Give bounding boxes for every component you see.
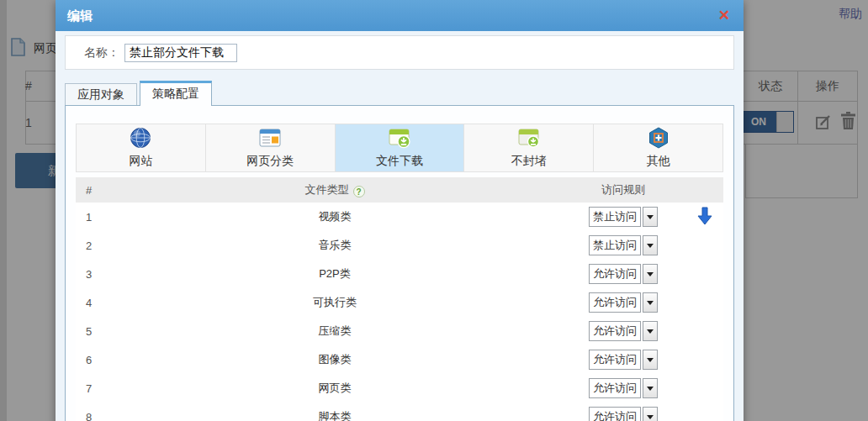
row-index: 3 (76, 268, 109, 281)
table-row: 1 视频类 禁止访问 (76, 203, 723, 231)
category-tab-webpage-category[interactable]: 网页分类 (206, 124, 336, 171)
dialog-title: 编辑 (56, 0, 744, 31)
file-type-label: 网页类 (109, 381, 560, 396)
dropdown-button[interactable] (643, 378, 658, 398)
file-type-table: # 文件类型? 访问规则 1 视频类 禁止访问 2 音乐类 (76, 177, 723, 421)
dropdown-value[interactable]: 禁止访问 (589, 235, 641, 255)
header-access-rule: 访问规则 (560, 182, 686, 197)
file-download-icon (389, 127, 410, 152)
table-row: 4 可执行类 允许访问 (76, 288, 723, 317)
help-question-icon[interactable]: ? (353, 186, 365, 197)
dialog-tabs: 应用对象 策略配置 (65, 81, 214, 106)
policy-config-panel: 网站 网页分类 文件下载 不封堵 (65, 105, 734, 421)
access-rule-dropdown[interactable]: 允许访问 (589, 407, 658, 421)
dialog-titlebar: 编辑 ✕ (56, 0, 744, 31)
dropdown-button[interactable] (643, 321, 658, 341)
row-index: 1 (76, 211, 109, 224)
name-input[interactable] (124, 44, 237, 62)
row-index: 5 (76, 325, 109, 338)
access-rule-dropdown[interactable]: 禁止访问 (589, 235, 658, 255)
file-type-label: 脚本类 (109, 409, 560, 421)
dropdown-value[interactable]: 允许访问 (589, 292, 641, 313)
category-label: 其他 (647, 154, 670, 169)
category-label: 网站 (129, 154, 152, 169)
category-tab-other[interactable]: 其他 (594, 124, 722, 171)
dropdown-value[interactable]: 允许访问 (589, 321, 641, 341)
access-rule-dropdown[interactable]: 允许访问 (589, 292, 658, 313)
dropdown-caret-icon (647, 415, 654, 419)
header-index: # (76, 184, 109, 197)
tab-application-objects[interactable]: 应用对象 (65, 83, 137, 106)
row-index: 4 (76, 297, 109, 309)
table-row: 7 网页类 允许访问 (76, 374, 723, 403)
other-hexagon-icon (648, 127, 670, 152)
file-type-label: P2P类 (109, 266, 560, 282)
dropdown-button[interactable] (643, 407, 658, 421)
dropdown-caret-icon (647, 301, 654, 305)
dropdown-caret-icon (647, 244, 654, 248)
access-rule-dropdown[interactable]: 允许访问 (589, 378, 658, 398)
category-tab-website[interactable]: 网站 (77, 124, 206, 171)
row-index: 2 (76, 239, 109, 252)
dropdown-caret-icon (647, 387, 654, 391)
globe-icon (130, 127, 151, 152)
name-field-row: 名称： (65, 35, 734, 70)
access-rule-dropdown[interactable]: 禁止访问 (589, 207, 658, 227)
tab-policy-config[interactable]: 策略配置 (140, 81, 212, 106)
dropdown-value[interactable]: 允许访问 (589, 350, 641, 370)
category-tab-no-block[interactable]: 不封堵 (464, 124, 594, 171)
table-row: 6 图像类 允许访问 (76, 345, 723, 374)
dropdown-value[interactable]: 允许访问 (589, 407, 641, 421)
name-label: 名称： (84, 45, 119, 61)
row-index: 7 (76, 382, 109, 395)
dropdown-button[interactable] (643, 235, 658, 255)
dropdown-value[interactable]: 允许访问 (589, 378, 641, 398)
table-row: 5 压缩类 允许访问 (76, 317, 723, 345)
category-tab-strip: 网站 网页分类 文件下载 不封堵 (76, 124, 723, 172)
table-row: 3 P2P类 允许访问 (76, 260, 723, 288)
file-type-label: 视频类 (109, 209, 560, 224)
category-tab-file-download[interactable]: 文件下载 (336, 124, 465, 171)
webpage-category-icon (259, 127, 281, 152)
table-row: 2 音乐类 禁止访问 (76, 231, 723, 260)
edit-dialog: 编辑 ✕ 名称： 应用对象 策略配置 网站 网页分类 (56, 0, 744, 421)
file-type-label: 可执行类 (109, 295, 560, 310)
dropdown-caret-icon (647, 329, 654, 334)
access-rule-dropdown[interactable]: 允许访问 (589, 350, 658, 370)
dropdown-caret-icon (647, 272, 654, 276)
category-label: 网页分类 (246, 154, 294, 169)
no-block-icon (518, 127, 540, 152)
dropdown-caret-icon (647, 358, 654, 362)
file-type-label: 压缩类 (109, 324, 560, 339)
access-rule-dropdown[interactable]: 允许访问 (589, 264, 658, 284)
dropdown-caret-icon (647, 215, 654, 219)
download-arrow-icon (697, 207, 712, 228)
dropdown-button[interactable] (643, 350, 658, 370)
row-index: 8 (76, 411, 109, 421)
file-type-label: 图像类 (109, 352, 560, 367)
dropdown-button[interactable] (643, 264, 658, 284)
dropdown-value[interactable]: 允许访问 (589, 264, 641, 284)
dropdown-value[interactable]: 禁止访问 (589, 207, 641, 227)
dropdown-button[interactable] (643, 207, 658, 227)
file-type-label: 音乐类 (109, 238, 560, 253)
header-file-type: 文件类型? (109, 182, 560, 197)
close-icon[interactable]: ✕ (718, 0, 730, 31)
row-index: 6 (76, 354, 109, 366)
dropdown-button[interactable] (643, 292, 658, 313)
access-rule-dropdown[interactable]: 允许访问 (589, 321, 658, 341)
table-row: 8 脚本类 允许访问 (76, 403, 723, 421)
category-label: 不封堵 (511, 154, 547, 169)
category-label: 文件下载 (376, 154, 423, 169)
file-table-header: # 文件类型? 访问规则 (76, 177, 723, 203)
